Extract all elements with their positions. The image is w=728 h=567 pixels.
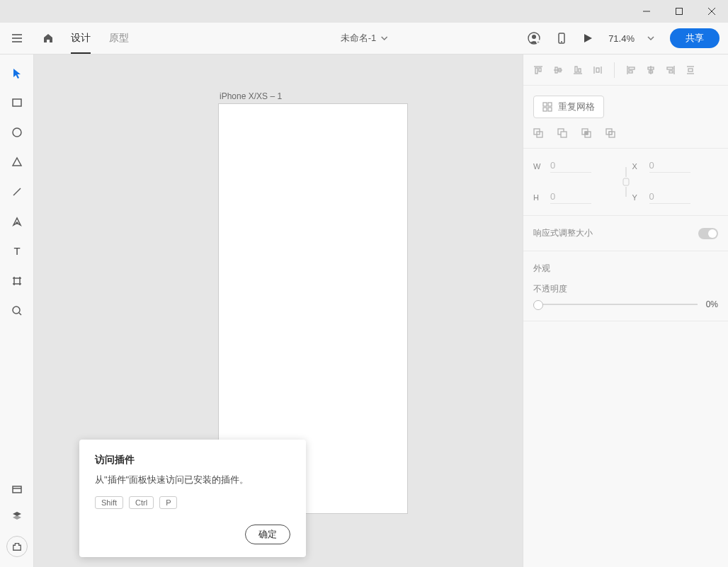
svg-point-16 bbox=[13, 128, 21, 137]
share-button[interactable]: 共享 bbox=[670, 28, 720, 48]
hamburger-menu-icon[interactable] bbox=[0, 23, 34, 54]
align-hcenter-icon[interactable] bbox=[646, 65, 656, 75]
svg-rect-23 bbox=[13, 486, 21, 493]
plugins-panel-icon[interactable] bbox=[6, 536, 28, 557]
svg-point-8 bbox=[532, 35, 536, 39]
appearance-title: 外观 bbox=[533, 263, 718, 275]
play-icon[interactable] bbox=[583, 33, 593, 43]
key-p: P bbox=[159, 496, 177, 509]
rectangle-tool-icon[interactable] bbox=[10, 96, 24, 110]
y-field[interactable]: Y0 bbox=[632, 191, 719, 204]
main-body: T iPhone X/XS – 1 访问插件 从"插件"面板快速访问已安装的插件… bbox=[0, 55, 728, 567]
window-titlebar bbox=[0, 0, 728, 23]
svg-rect-64 bbox=[609, 132, 612, 134]
distribute-h-icon[interactable] bbox=[686, 65, 695, 75]
svg-marker-14 bbox=[13, 69, 21, 79]
artboard-label[interactable]: iPhone X/XS – 1 bbox=[220, 91, 282, 101]
top-toolbar: 设计 原型 未命名-1 + 71.4% 共享 bbox=[0, 23, 728, 55]
opacity-label: 不透明度 bbox=[533, 283, 718, 295]
svg-rect-1 bbox=[676, 8, 683, 15]
ellipse-tool-icon[interactable] bbox=[10, 125, 24, 139]
tab-prototype[interactable]: 原型 bbox=[109, 23, 129, 54]
shortcut-keys: Shift Ctrl P bbox=[95, 496, 290, 509]
svg-line-18 bbox=[13, 188, 21, 195]
key-shift: Shift bbox=[95, 496, 123, 509]
svg-rect-51 bbox=[543, 103, 547, 106]
svg-rect-28 bbox=[535, 68, 538, 74]
artboard-tool-icon[interactable] bbox=[10, 274, 24, 288]
coachmark-popover: 访问插件 从"插件"面板快速访问已安装的插件。 Shift Ctrl P 确定 bbox=[79, 440, 306, 557]
appearance-section: 外观 不透明度 0% bbox=[523, 251, 728, 321]
text-tool-icon[interactable]: T bbox=[10, 244, 24, 258]
svg-rect-38 bbox=[596, 68, 599, 72]
svg-point-21 bbox=[13, 307, 20, 314]
design-canvas[interactable]: iPhone X/XS – 1 访问插件 从"插件"面板快速访问已安装的插件。 … bbox=[34, 55, 523, 567]
polygon-tool-icon[interactable] bbox=[10, 155, 24, 169]
key-ctrl: Ctrl bbox=[129, 496, 154, 509]
align-left-icon[interactable] bbox=[626, 65, 636, 75]
zoom-tool-icon[interactable] bbox=[10, 304, 24, 318]
device-preview-icon[interactable] bbox=[556, 33, 567, 44]
zoom-value: 71.4% bbox=[608, 33, 635, 44]
line-tool-icon[interactable] bbox=[10, 185, 24, 199]
svg-rect-40 bbox=[629, 67, 635, 69]
height-field[interactable]: H0 bbox=[533, 191, 620, 204]
svg-rect-29 bbox=[539, 68, 541, 71]
home-icon[interactable] bbox=[34, 23, 62, 54]
toolbar-right: + 71.4% 共享 bbox=[528, 28, 728, 48]
align-vmiddle-icon[interactable] bbox=[553, 65, 563, 75]
svg-rect-34 bbox=[575, 67, 577, 72]
maximize-button[interactable] bbox=[663, 0, 695, 23]
exclude-icon[interactable] bbox=[605, 128, 615, 138]
responsive-resize-section: 响应式调整大小 bbox=[523, 216, 728, 251]
right-inspector: 重复网格 W0 X0 H0 Y0 响应式调整大小 bbox=[523, 55, 728, 567]
left-tool-panel: T bbox=[0, 55, 34, 567]
svg-rect-15 bbox=[13, 99, 21, 106]
union-icon[interactable] bbox=[533, 128, 543, 138]
width-field[interactable]: W0 bbox=[533, 160, 620, 173]
repeat-grid-label: 重复网格 bbox=[558, 101, 595, 113]
svg-rect-52 bbox=[548, 103, 552, 106]
lock-ratio-icon[interactable] bbox=[620, 164, 632, 200]
svg-rect-53 bbox=[543, 108, 547, 111]
svg-rect-50 bbox=[688, 69, 693, 71]
layers-panel-icon[interactable] bbox=[10, 509, 24, 523]
assets-panel-icon[interactable] bbox=[10, 482, 24, 496]
svg-rect-54 bbox=[548, 108, 552, 111]
svg-rect-46 bbox=[667, 67, 673, 69]
ok-button[interactable]: 确定 bbox=[245, 525, 290, 544]
svg-rect-65 bbox=[623, 178, 629, 185]
svg-text:T: T bbox=[13, 246, 20, 257]
pen-tool-icon[interactable] bbox=[10, 214, 24, 229]
avatar-icon[interactable]: + bbox=[528, 32, 540, 45]
subtract-icon[interactable] bbox=[557, 128, 567, 138]
popover-title: 访问插件 bbox=[95, 454, 290, 466]
close-button[interactable] bbox=[695, 0, 728, 23]
tab-design[interactable]: 设计 bbox=[71, 23, 91, 54]
svg-marker-17 bbox=[13, 158, 21, 166]
responsive-label: 响应式调整大小 bbox=[533, 227, 593, 239]
responsive-toggle[interactable] bbox=[698, 228, 718, 239]
svg-line-22 bbox=[19, 313, 21, 315]
align-bottom-icon[interactable] bbox=[573, 65, 583, 75]
svg-rect-47 bbox=[669, 71, 673, 73]
distribute-v-icon[interactable] bbox=[593, 65, 603, 75]
document-title[interactable]: 未命名-1 bbox=[341, 32, 388, 45]
minimize-button[interactable] bbox=[630, 0, 663, 23]
svg-marker-13 bbox=[584, 34, 592, 42]
svg-rect-41 bbox=[629, 71, 632, 73]
select-tool-icon[interactable] bbox=[10, 66, 24, 80]
opacity-value: 0% bbox=[706, 299, 718, 309]
chevron-down-icon bbox=[380, 35, 387, 42]
svg-marker-26 bbox=[13, 515, 21, 520]
align-right-icon[interactable] bbox=[666, 65, 676, 75]
x-field[interactable]: X0 bbox=[632, 160, 719, 173]
opacity-slider[interactable] bbox=[533, 304, 698, 305]
repeat-grid-button[interactable]: 重复网格 bbox=[533, 96, 604, 118]
mode-tabs: 设计 原型 bbox=[71, 23, 129, 54]
intersect-icon[interactable] bbox=[581, 128, 591, 138]
zoom-control[interactable]: 71.4% bbox=[608, 33, 654, 44]
align-top-icon[interactable] bbox=[533, 65, 543, 75]
dimensions-section: W0 X0 H0 Y0 bbox=[523, 149, 728, 216]
alignment-controls bbox=[523, 55, 728, 86]
